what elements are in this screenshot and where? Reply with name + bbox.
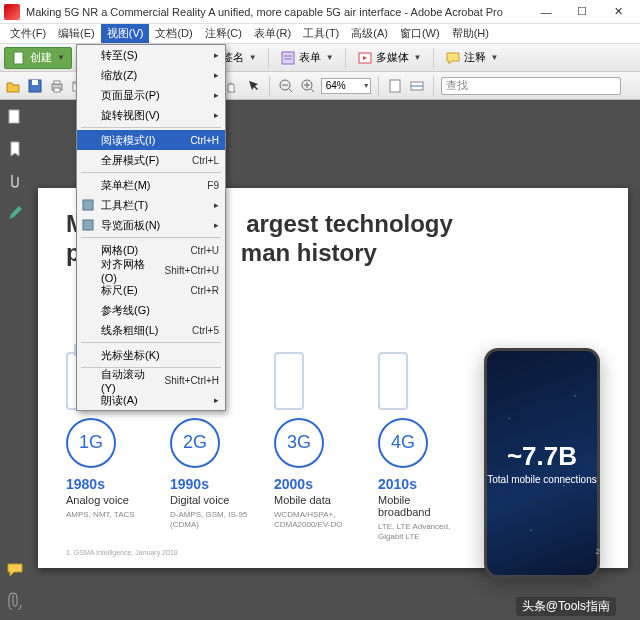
svg-rect-13 [54,88,60,92]
paperclip-icon [6,592,24,610]
bookmarks-panel-button[interactable] [6,140,24,158]
menu-item-shortcut: F9 [197,180,219,191]
menu-item[interactable]: 旋转视图(V) [77,105,225,125]
svg-rect-25 [9,110,19,123]
svg-line-17 [289,89,292,92]
menu-item-label: 工具栏(T) [101,198,148,213]
menu-item[interactable]: 转至(S) [77,45,225,65]
clip-icon [6,172,24,190]
menu-item[interactable]: 全屏模式(F)Ctrl+L [77,150,225,170]
menu-item[interactable]: 导览面板(N) [77,215,225,235]
create-label: 创建 [30,50,52,65]
menu-item-label: 页面显示(P) [101,88,160,103]
maximize-button[interactable]: ☐ [564,1,600,23]
menu-item-shortcut: Ctrl+H [180,135,219,146]
minimize-button[interactable]: — [528,1,564,23]
stat-label: Total mobile connections [487,474,597,486]
menu-item-shortcut: Ctrl+R [180,285,219,296]
svg-line-21 [311,89,314,92]
menu-tools[interactable]: 工具(T) [297,24,345,43]
menu-item-shortcut: Shift+Ctrl+H [155,375,219,386]
open-button[interactable] [4,77,22,95]
menu-item-label: 参考线(G) [101,303,150,318]
cursor-icon [245,78,261,94]
svg-rect-4 [282,52,294,64]
window-controls: — ☐ ✕ [528,1,636,23]
svg-rect-10 [32,80,38,85]
menu-item[interactable]: 自动滚动(Y)Shift+Ctrl+H [77,370,225,390]
menu-item[interactable]: 工具栏(T) [77,195,225,215]
attachments-button[interactable] [6,592,24,610]
app-icon [4,4,20,20]
bookmark-icon [6,140,24,158]
menu-item[interactable]: 阅读模式(I)Ctrl+H [77,130,225,150]
menu-window[interactable]: 窗口(W) [394,24,446,43]
svg-rect-26 [83,200,93,210]
close-button[interactable]: ✕ [600,1,636,23]
fit-page-icon [387,78,403,94]
menu-item-shortcut: Ctrl+L [182,155,219,166]
menu-help[interactable]: 帮助(H) [446,24,495,43]
menu-item-label: 阅读模式(I) [101,133,155,148]
titlebar: Making 5G NR a Commercial Reality A unif… [0,0,640,24]
pen-icon [6,204,24,222]
signatures-panel-button[interactable] [6,204,24,222]
slide-page-number: 2 [596,547,600,556]
zoom-in-icon [300,78,316,94]
menu-file[interactable]: 文件(F) [4,24,52,43]
zoom-out-button[interactable] [277,77,295,95]
nav-pane [0,100,30,620]
menu-item[interactable]: 光标坐标(K) [77,345,225,365]
caret-icon: ▼ [57,53,65,62]
pages-icon [6,108,24,126]
menu-item[interactable]: 页面显示(P) [77,85,225,105]
menu-item[interactable]: 菜单栏(M)F9 [77,175,225,195]
stat-value: ~7.7B [507,441,577,472]
device-icon [274,352,304,410]
menu-comment[interactable]: 注释(C) [199,24,248,43]
menu-document[interactable]: 文档(D) [149,24,198,43]
menu-forms[interactable]: 表单(R) [248,24,297,43]
fit-width-button[interactable] [408,77,426,95]
menu-item-label: 导览面板(N) [101,218,160,233]
menu-item-label: 网格(D) [101,243,138,258]
menu-item[interactable]: 线条粗细(L)Ctrl+5 [77,320,225,340]
create-button[interactable]: 创建▼ [4,47,72,69]
search-input[interactable]: 查找 [441,77,621,95]
menu-item[interactable]: 缩放(Z) [77,65,225,85]
attachments-panel-button[interactable] [6,172,24,190]
menu-item[interactable]: 对齐网格(O)Shift+Ctrl+U [77,260,225,280]
comments-panel-button[interactable] [6,560,24,578]
menu-item-label: 旋转视图(V) [101,108,160,123]
forms-button[interactable]: 表单▼ [273,47,341,69]
fit-page-button[interactable] [386,77,404,95]
menu-item[interactable]: 朗读(A) [77,390,225,410]
pages-panel-button[interactable] [6,108,24,126]
menu-item-shortcut: Ctrl+U [180,245,219,256]
menu-edit[interactable]: 编辑(E) [52,24,101,43]
save-button[interactable] [26,77,44,95]
menu-advanced[interactable]: 高级(A) [345,24,394,43]
menu-item-label: 转至(S) [101,48,138,63]
comment-button[interactable]: 注释▼ [438,47,506,69]
print-button[interactable] [48,77,66,95]
menu-item-label: 标尺(E) [101,283,138,298]
panel-icon [81,218,95,232]
forms-icon [280,50,296,66]
gen-3g: 3G 2000s Mobile data WCDMA/HSPA+, CDMA20… [274,352,354,542]
zoom-combo[interactable]: 64%▼ [321,78,371,94]
folder-open-icon [5,78,21,94]
speech-icon [6,560,24,578]
menu-view[interactable]: 视图(V) [101,24,150,43]
menu-item-shortcut: Shift+Ctrl+U [155,265,219,276]
menu-item[interactable]: 标尺(E)Ctrl+R [77,280,225,300]
menu-item-label: 缩放(Z) [101,68,137,83]
menu-item[interactable]: 参考线(G) [77,300,225,320]
multimedia-button[interactable]: 多媒体▼ [350,47,429,69]
save-icon [27,78,43,94]
attribution-watermark: 头条@Tools指南 [516,597,616,616]
zoom-in-button[interactable] [299,77,317,95]
select-tool[interactable] [244,77,262,95]
window-title: Making 5G NR a Commercial Reality A unif… [26,6,528,18]
fit-width-icon [409,78,425,94]
